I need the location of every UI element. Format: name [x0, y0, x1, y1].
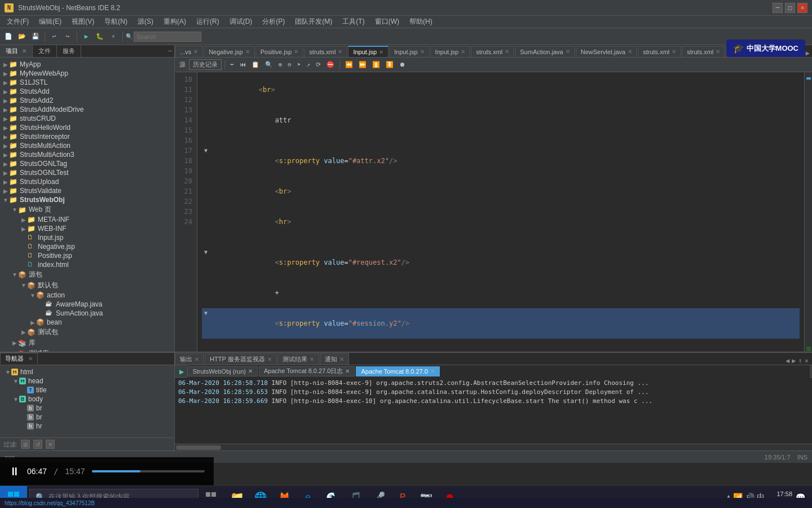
menu-navigate[interactable]: 导航(N): [100, 16, 132, 28]
et-btn12[interactable]: ⏩: [356, 60, 369, 69]
tree-item-sumaction-java[interactable]: ☕ SumAction.java: [0, 309, 174, 318]
bottom-close[interactable]: ✕: [805, 357, 809, 365]
menu-view[interactable]: 视图(V): [67, 16, 99, 28]
et-btn3[interactable]: 📋: [249, 60, 262, 69]
tree-item-strutswebobj[interactable]: ▼ 📁 StrutsWebObj: [0, 195, 174, 204]
editor-tab-vs[interactable]: ...vs✕: [175, 46, 203, 57]
et-history-btn[interactable]: 历史记录: [189, 59, 222, 70]
tree-item-index-html[interactable]: 🗋 index.html: [0, 260, 174, 269]
bt-test-results[interactable]: 测试结果✕: [277, 353, 319, 365]
et-btn11[interactable]: ⏪: [343, 60, 355, 69]
sv-tab-strutswebobj[interactable]: StrutsWebObj (run)✕: [187, 366, 258, 376]
tb-run-project[interactable]: ▶: [80, 30, 92, 43]
tree-item-strutsupload[interactable]: ▶ 📁 StrutsUpload: [0, 177, 174, 186]
tree-item-libs[interactable]: ▶ 📚 库: [0, 338, 174, 348]
tree-item-positive-jsp[interactable]: 🗋 Positive.jsp: [0, 251, 174, 260]
tree-item-s1ljstl[interactable]: ▶ 📁 S1LJSTL: [0, 78, 174, 87]
video-pause-button[interactable]: ⏸: [9, 465, 20, 478]
tree-item-strutsognltest[interactable]: ▶ 📁 StrutsOGNLTest: [0, 168, 174, 177]
et-btn4[interactable]: 🔍: [263, 60, 275, 69]
tree-item-awaremap-java[interactable]: ☕ AwareMap.java: [0, 300, 174, 309]
bottom-scroll-right[interactable]: ▶: [792, 357, 796, 365]
menu-debug[interactable]: 调试(D): [225, 16, 257, 28]
tree-item-default-pkg[interactable]: ▼ 📦 默认包: [0, 280, 174, 291]
menu-run[interactable]: 运行(R): [192, 16, 224, 28]
tab-projects[interactable]: 项目 ✕: [0, 45, 33, 57]
tree-item-strutsinterceptor[interactable]: ▶ 📁 StrutsInterceptor: [0, 132, 174, 141]
tab-services[interactable]: 服务: [57, 45, 81, 57]
fold-13[interactable]: ▼: [202, 146, 210, 156]
menu-tools[interactable]: 工具(T): [338, 16, 369, 28]
fold-19[interactable]: ▼: [202, 308, 210, 318]
tree-item-strutsadd2[interactable]: ▶ 📁 StrutsAdd2: [0, 96, 174, 105]
nav-item-body[interactable]: ▼ B body: [2, 395, 172, 404]
et-btn13[interactable]: ⏫: [370, 60, 382, 69]
nav-item-br1[interactable]: b br: [2, 404, 172, 413]
bt-output[interactable]: 输出✕: [175, 353, 204, 365]
bt-notifications[interactable]: 通知✕: [320, 353, 349, 365]
et-btn8[interactable]: ↗: [304, 60, 313, 69]
bt-run-btn[interactable]: ▶: [177, 366, 186, 377]
code-editor[interactable]: 10 11 12 13 14 15 16 17 18 19 20 21 22 2…: [175, 72, 812, 352]
left-panel-collapse-btn[interactable]: ─: [168, 47, 172, 55]
et-btn7[interactable]: ➤: [295, 60, 303, 69]
tab-scroll-right[interactable]: ▶: [806, 49, 810, 57]
tree-item-web[interactable]: ▼ 📁 Web 页: [0, 204, 174, 215]
editor-tab-negative[interactable]: Negative.jsp✕: [204, 46, 255, 57]
tb-save[interactable]: 💾: [29, 30, 42, 43]
close-button[interactable]: ✕: [797, 3, 807, 13]
tb-debug-project[interactable]: 🐛: [94, 30, 106, 43]
nav-item-title[interactable]: T title: [2, 386, 172, 395]
editor-tab-struts4[interactable]: struts.xml✕: [682, 46, 725, 57]
minimize-button[interactable]: ─: [773, 3, 783, 13]
et-btn5[interactable]: ⊕: [276, 60, 285, 69]
tree-item-negative-jsp[interactable]: 🗋 Negative.jsp: [0, 242, 174, 251]
bt-http-monitor[interactable]: HTTP 服务器监视器✕: [205, 353, 277, 365]
code-content[interactable]: <br> attr ▼: [197, 72, 804, 352]
tree-item-bean-pkg[interactable]: ▶ 📦 bean: [0, 318, 174, 327]
maximize-button[interactable]: □: [785, 3, 795, 13]
tree-item-strutsadd[interactable]: ▶ 📁 StrutsAdd: [0, 87, 174, 96]
nav-item-head[interactable]: ▼ H head: [2, 376, 172, 386]
et-btn9[interactable]: ⟳: [314, 60, 323, 69]
tree-item-sources[interactable]: ▼ 📦 源包: [0, 269, 174, 280]
tree-item-strutsmultiaction3[interactable]: ▶ 📁 StrutsMultiAction3: [0, 150, 174, 159]
tree-item-strutsaddmodeldrive[interactable]: ▶ 📁 StrutsAddModelDrive: [0, 105, 174, 114]
tree-item-strutsmultiaction[interactable]: ▶ 📁 StrutsMultiAction: [0, 141, 174, 150]
editor-tab-struts2[interactable]: struts.xml✕: [471, 46, 514, 57]
editor-tab-positive[interactable]: Positive.jsp✕: [255, 46, 304, 57]
tree-item-strutsognltag[interactable]: ▶ 📁 StrutsOGNLTag: [0, 159, 174, 168]
et-btn10[interactable]: ⛔: [324, 60, 337, 69]
tree-item-test-pkg[interactable]: ▶ 📦 测试包: [0, 327, 174, 338]
bottom-expand[interactable]: ↑: [798, 357, 802, 365]
bottom-scroll-left[interactable]: ◀: [785, 357, 789, 365]
menu-profile[interactable]: 分析(P): [258, 16, 289, 28]
tb-open[interactable]: 📂: [16, 30, 28, 43]
tb-redo[interactable]: ↪: [61, 30, 74, 43]
tree-item-action-pkg[interactable]: ▼ 📦 action: [0, 291, 174, 300]
et-btn2[interactable]: ⏮: [237, 60, 248, 69]
tree-item-strutscrud[interactable]: ▶ 📁 strutsCRUD: [0, 114, 174, 123]
tb-profile[interactable]: ⚡: [107, 30, 120, 43]
tree-item-input-jsp[interactable]: 🗋 Input.jsp: [0, 233, 174, 242]
menu-edit[interactable]: 编辑(E): [34, 16, 66, 28]
menu-help[interactable]: 帮助(H): [405, 16, 437, 28]
tree-item-strutsvalidate[interactable]: ▶ 📁 StrutsValidate: [0, 186, 174, 195]
editor-tab-sumaction[interactable]: SumAction.java✕: [515, 46, 575, 57]
filter-btn1[interactable]: ⊞: [21, 440, 30, 449]
editor-tab-input-active[interactable]: Input.jsp✕: [348, 46, 389, 57]
menu-window[interactable]: 窗口(W): [370, 16, 404, 28]
tree-item-mynewwebapp[interactable]: ▶ 📁 MyNewWebApp: [0, 69, 174, 78]
menu-refactor[interactable]: 重构(A): [159, 16, 191, 28]
editor-tab-struts3[interactable]: struts.xml✕: [638, 46, 681, 57]
scrollbar-thumb[interactable]: [176, 445, 221, 450]
et-source-btn[interactable]: 源: [177, 59, 188, 70]
sv-tab-tomcat-log[interactable]: Apache Tomcat 8.0.27.0日志✕: [259, 366, 355, 376]
tree-item-myapp[interactable]: ▶ 📁 MyApp: [0, 60, 174, 69]
tree-item-meta-inf[interactable]: ▶ 📁 META-INF: [0, 215, 174, 224]
nav-item-html[interactable]: ▼ H html: [2, 367, 172, 376]
tree-item-web-inf[interactable]: ▶ 📁 WEB-INF: [0, 224, 174, 233]
et-btn15[interactable]: ⏺: [397, 60, 408, 69]
nav-item-hr[interactable]: h hr: [2, 422, 172, 431]
filter-btn3[interactable]: ✕: [46, 440, 55, 449]
